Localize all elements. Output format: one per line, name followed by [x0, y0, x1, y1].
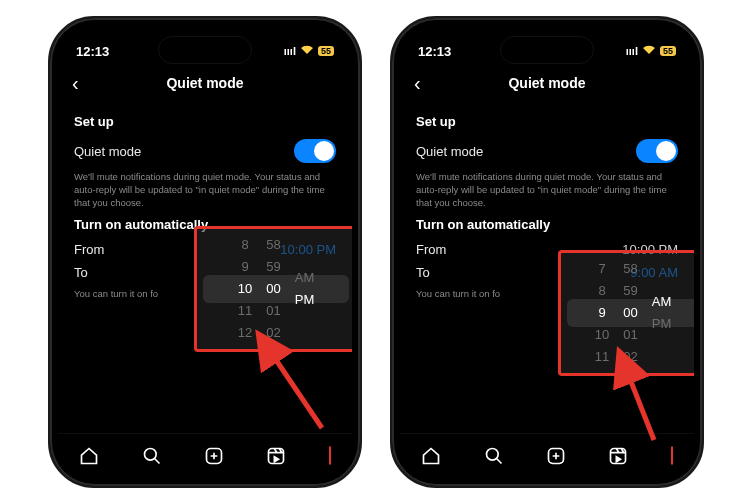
- picker-hour-column[interactable]: 7 8 9 10 11: [595, 258, 609, 368]
- profile-icon[interactable]: [671, 447, 673, 465]
- time-picker[interactable]: 7 8 9 10 11 58 59 00 01 02: [558, 250, 694, 376]
- quiet-mode-toggle[interactable]: [294, 139, 336, 163]
- create-icon[interactable]: [546, 446, 566, 466]
- picker-period-column[interactable]: AM PM: [652, 291, 672, 335]
- profile-icon[interactable]: [329, 447, 331, 465]
- to-label: To: [74, 265, 88, 280]
- search-icon[interactable]: [484, 446, 504, 466]
- phone-left: 12:13 ıııl 55 ‹ Quiet mode Set up Quiet …: [48, 16, 362, 488]
- tab-bar: [400, 433, 694, 478]
- tab-bar: [58, 433, 352, 478]
- section-setup: Set up: [74, 114, 336, 129]
- quiet-mode-label: Quiet mode: [74, 144, 141, 159]
- nav-bar: ‹ Quiet mode: [58, 66, 352, 100]
- cellular-icon: ıııl: [626, 45, 638, 57]
- picker-period-column[interactable]: AM PM: [295, 267, 315, 311]
- nav-bar: ‹ Quiet mode: [400, 66, 694, 100]
- picker-minute-column[interactable]: 58 59 00 01 02: [623, 258, 637, 368]
- home-icon[interactable]: [421, 446, 441, 466]
- search-icon[interactable]: [142, 446, 162, 466]
- back-icon[interactable]: ‹: [414, 72, 421, 95]
- from-label: From: [74, 242, 104, 257]
- svg-point-0: [144, 449, 156, 461]
- picker-hour-column[interactable]: 8 9 10 11 12: [238, 234, 252, 344]
- back-icon[interactable]: ‹: [72, 72, 79, 95]
- quiet-mode-description: We'll mute notifications during quiet mo…: [74, 171, 336, 209]
- dynamic-island: [158, 36, 252, 64]
- dynamic-island: [500, 36, 594, 64]
- phone-right: 12:13 ıııl 55 ‹ Quiet mode Set up Quiet …: [390, 16, 704, 488]
- home-icon[interactable]: [79, 446, 99, 466]
- status-time: 12:13: [76, 44, 109, 59]
- reels-icon[interactable]: [266, 446, 286, 466]
- battery-icon: 55: [660, 46, 676, 56]
- cellular-icon: ıııl: [284, 45, 296, 57]
- wifi-icon: [642, 45, 656, 57]
- section-auto: Turn on automatically: [416, 217, 678, 232]
- quiet-mode-toggle[interactable]: [636, 139, 678, 163]
- wifi-icon: [300, 45, 314, 57]
- page-title: Quiet mode: [166, 75, 243, 91]
- quiet-mode-description: We'll mute notifications during quiet mo…: [416, 171, 678, 209]
- svg-point-4: [486, 449, 498, 461]
- time-picker[interactable]: 8 9 10 11 12 58 59 00 01 02: [194, 226, 352, 352]
- status-time: 12:13: [418, 44, 451, 59]
- reels-icon[interactable]: [608, 446, 628, 466]
- quiet-mode-label: Quiet mode: [416, 144, 483, 159]
- picker-minute-column[interactable]: 58 59 00 01 02: [266, 234, 280, 344]
- page-title: Quiet mode: [508, 75, 585, 91]
- create-icon[interactable]: [204, 446, 224, 466]
- from-label: From: [416, 242, 446, 257]
- battery-icon: 55: [318, 46, 334, 56]
- to-label: To: [416, 265, 430, 280]
- section-setup: Set up: [416, 114, 678, 129]
